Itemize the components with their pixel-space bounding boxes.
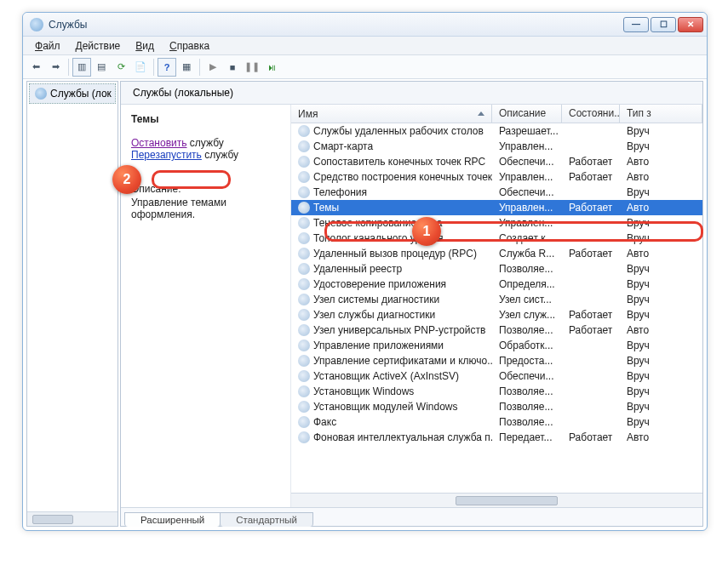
service-detail-panel: Темы Остановить службу Перезапустить слу… (121, 105, 291, 507)
menubar: Файл Действие Вид Справка (23, 37, 707, 55)
col-name[interactable]: Имя (291, 105, 492, 123)
menu-help[interactable]: Справка (163, 38, 216, 54)
stop-service-link[interactable]: Остановить (131, 137, 187, 149)
export-button[interactable]: 📄 (131, 58, 150, 77)
service-state: Работает (562, 324, 620, 336)
service-state: Работает (562, 309, 620, 321)
service-icon (298, 202, 310, 214)
menu-view[interactable]: Вид (129, 38, 161, 54)
service-desc: Управлен... (492, 217, 562, 229)
pause-service-button[interactable]: ❚❚ (243, 58, 261, 77)
services-list[interactable]: Имя Описание Состояни... Тип з Службы уд… (291, 105, 702, 507)
column-headers[interactable]: Имя Описание Состояни... Тип з (291, 105, 702, 123)
service-desc: Разрешает... (492, 125, 562, 137)
selected-service-name: Темы (131, 113, 282, 125)
service-row[interactable]: Установщик модулей WindowsПозволяе...Вру… (291, 399, 702, 414)
service-row[interactable]: Узел системы диагностикиУзел сист...Вруч (291, 292, 702, 307)
tree-scrollbar[interactable] (27, 511, 118, 526)
window-title: Службы (49, 19, 623, 31)
console-tree[interactable]: Службы (лок (26, 81, 118, 527)
maximize-button[interactable]: ☐ (651, 17, 676, 32)
service-type: Вруч (620, 309, 702, 321)
tab-standard[interactable]: Стандартный (220, 512, 313, 527)
service-icon (298, 186, 310, 198)
service-row[interactable]: Управление приложениямиОбработк...Вруч (291, 338, 702, 353)
service-name: Удаленный вызов процедур (RPC) (313, 248, 477, 260)
list-scrollbar[interactable] (291, 493, 702, 507)
tree-node-services-local[interactable]: Службы (лок (29, 83, 116, 104)
service-type: Вруч (620, 278, 702, 290)
service-row[interactable]: Теневое копирование томаУправлен...Вруч (291, 215, 702, 231)
service-row[interactable]: Удостоверение приложенияОпределя...Вруч (291, 277, 702, 292)
menu-action[interactable]: Действие (69, 38, 128, 54)
service-icon (298, 340, 310, 351)
service-row[interactable]: Тополог канального уровняСоздает к...Вру… (291, 231, 702, 246)
service-icon (298, 401, 310, 413)
service-type: Вруч (620, 370, 702, 382)
service-name: Удостоверение приложения (313, 278, 446, 290)
service-desc: Управлен... (492, 171, 562, 183)
service-type: Вруч (620, 217, 702, 229)
service-desc: Обеспечи... (492, 156, 562, 168)
service-row[interactable]: Смарт-картаУправлен...Вруч (291, 139, 702, 154)
service-desc: Обеспечи... (492, 370, 562, 382)
service-row[interactable]: Узел службы диагностикиУзел служ...Работ… (291, 307, 702, 322)
service-type: Вруч (620, 186, 702, 198)
annotation-badge-1: 1 (412, 217, 441, 246)
stop-service-button[interactable]: ■ (223, 58, 242, 77)
service-name: Установщик Windows (313, 385, 414, 397)
restart-service-button[interactable]: ⏯ (262, 58, 281, 77)
service-desc: Создает к... (492, 232, 562, 244)
service-name: Установщик ActiveX (AxInstSV) (313, 370, 459, 382)
service-desc: Определя... (492, 278, 562, 290)
description-text: Управление темами оформления. (131, 197, 282, 220)
service-row[interactable]: Удаленный реестрПозволяе...Вруч (291, 261, 702, 277)
titlebar[interactable]: Службы — ☐ ✕ (23, 13, 707, 37)
service-row[interactable]: Средство построения конечных точек...Упр… (291, 169, 702, 185)
col-description[interactable]: Описание (492, 105, 562, 123)
help-button[interactable]: ? (158, 58, 176, 77)
service-row[interactable]: Службы удаленных рабочих столовРазрешает… (291, 123, 702, 139)
service-type: Вруч (620, 232, 702, 244)
service-row[interactable]: Сопоставитель конечных точек RPCОбеспечи… (291, 154, 702, 169)
restart-service-link[interactable]: Перезапустить (131, 149, 202, 161)
service-desc: Позволяе... (492, 324, 562, 336)
toolbar-options-button[interactable]: ▦ (177, 58, 196, 77)
back-button[interactable]: ⬅ (26, 58, 45, 77)
service-desc: Служба R... (492, 248, 562, 260)
service-icon (298, 385, 310, 397)
service-row[interactable]: Установщик WindowsПозволяе...Вруч (291, 384, 702, 399)
service-row[interactable]: Узел универсальных PNP-устройствПозволяе… (291, 322, 702, 338)
col-type[interactable]: Тип з (620, 105, 702, 123)
service-icon (298, 156, 310, 168)
service-icon (298, 355, 310, 367)
description-label: Описание: (131, 183, 282, 195)
service-row[interactable]: Установщик ActiveX (AxInstSV)Обеспечи...… (291, 368, 702, 384)
service-row[interactable]: ФаксПозволяе...Вруч (291, 414, 702, 430)
forward-button[interactable]: ➡ (46, 58, 65, 77)
service-row[interactable]: Удаленный вызов процедур (RPC)Служба R..… (291, 246, 702, 261)
col-state[interactable]: Состояни... (562, 105, 620, 123)
properties-button[interactable]: ▤ (92, 58, 111, 77)
service-row[interactable]: ТемыУправлен...РаботаетАвто (291, 200, 702, 215)
services-icon (30, 18, 43, 31)
toolbar: ⬅ ➡ ▥ ▤ ⟳ 📄 ? ▦ ▶ ■ ❚❚ ⏯ (23, 55, 707, 79)
service-icon (298, 217, 310, 229)
refresh-button[interactable]: ⟳ (112, 58, 130, 77)
start-service-button[interactable]: ▶ (203, 58, 222, 77)
tree-node-label: Службы (лок (50, 88, 112, 100)
service-icon (298, 278, 310, 290)
service-state: Работает (562, 248, 620, 260)
service-icon (298, 232, 310, 244)
service-type: Авто (620, 171, 702, 183)
service-type: Вруч (620, 140, 702, 152)
service-row[interactable]: ТелефонияОбеспечи...Вруч (291, 185, 702, 200)
service-row[interactable]: Управление сертификатами и ключо...Предо… (291, 353, 702, 368)
minimize-button[interactable]: — (623, 17, 649, 32)
menu-file[interactable]: Файл (28, 38, 67, 54)
close-button[interactable]: ✕ (678, 17, 703, 32)
service-name: Сопоставитель конечных точек RPC (313, 156, 485, 168)
service-row[interactable]: Фоновая интеллектуальная служба п...Пере… (291, 430, 702, 445)
tab-extended[interactable]: Расширенный (124, 512, 221, 527)
show-hide-tree-button[interactable]: ▥ (72, 58, 91, 77)
